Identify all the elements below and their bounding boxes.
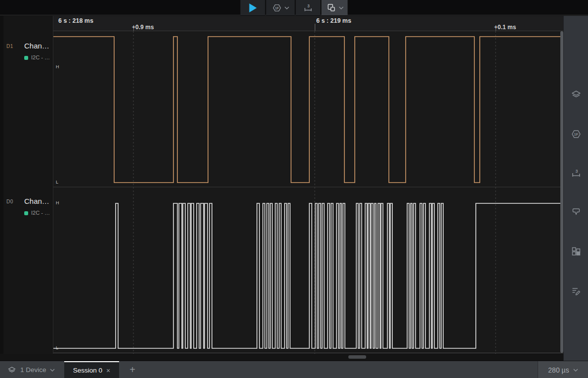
device-label: 1 Device [20, 366, 46, 374]
analyzer-label[interactable]: I2C - … [31, 210, 50, 216]
measurements-button[interactable]: 3 [296, 0, 321, 15]
logic-analyzer-window: 1F 3 6 s : 218 ms6 s : 219 ms+0.9 ms+0.1… [0, 0, 588, 378]
analyzer-dot-icon [24, 211, 28, 215]
ruler-tick [315, 24, 315, 31]
marker-icon [570, 206, 582, 218]
svg-text:3: 3 [307, 3, 310, 8]
top-toolbar: 1F 3 [0, 0, 588, 15]
channel-panel: D1 Chan… I2C - … D0 Chan… I2C - … [0, 16, 53, 354]
ruler-minor-label-0: +0.9 ms [132, 24, 154, 31]
channel-name[interactable]: Chan… [24, 197, 49, 205]
d1-high-label: H [56, 64, 59, 69]
ruler-major-label-1: 6 s : 219 ms [316, 17, 351, 24]
trigger-hex-icon: 1F [570, 128, 582, 140]
chevron-down-icon [338, 6, 343, 9]
notes-pencil-icon [570, 285, 582, 297]
horizontal-scrollbar[interactable] [0, 354, 563, 360]
measure-caliper-icon: 3 [570, 167, 582, 179]
measurements-panel-button[interactable]: 3 [570, 167, 582, 179]
extensions-panel-button[interactable] [570, 245, 582, 257]
trace-d0 [53, 203, 560, 348]
d0-low-label: L [56, 345, 58, 350]
channel-index: D0 [6, 199, 13, 204]
chevron-down-icon [50, 369, 55, 372]
chevron-down-icon [573, 369, 578, 372]
analyzer-label[interactable]: I2C - … [31, 54, 50, 60]
device-selector[interactable]: 1 Device [7, 361, 55, 378]
timescale-label: 280 µs [548, 366, 569, 374]
trigger-panel-button[interactable]: 1F [570, 128, 582, 140]
panel-gutter [0, 16, 3, 354]
waveform-viewport[interactable]: H L H L [53, 31, 563, 353]
ruler-major-label-0: 6 s : 218 ms [58, 17, 93, 24]
annotations-panel-button[interactable] [570, 206, 582, 218]
capture-mode-button[interactable] [322, 0, 348, 15]
bottom-bar: 1 Device Session 0 × + 280 µs [0, 361, 588, 378]
capture-frames-icon [326, 2, 336, 13]
play-icon [249, 3, 256, 12]
d0-high-label: H [56, 200, 59, 205]
session-tab-label: Session 0 [73, 367, 102, 374]
analyzer-dot-icon [24, 56, 28, 60]
device-layers-icon [7, 365, 17, 375]
channel-index: D1 [6, 44, 13, 49]
notes-panel-button[interactable] [570, 285, 582, 297]
right-sidebar: 1F 3 [563, 16, 588, 361]
extensions-icon [570, 245, 582, 257]
svg-text:1F: 1F [574, 132, 579, 137]
chevron-down-icon [285, 6, 290, 9]
play-button[interactable] [241, 0, 265, 15]
layers-icon [570, 89, 582, 100]
waveform-canvas [53, 31, 563, 354]
time-ruler[interactable]: 6 s : 218 ms6 s : 219 ms+0.9 ms+0.1 ms [53, 16, 563, 31]
analyzers-button[interactable] [570, 89, 582, 100]
close-tab-icon[interactable]: × [106, 367, 110, 375]
add-session-button[interactable]: + [125, 361, 140, 378]
channel-name[interactable]: Chan… [24, 42, 49, 50]
d1-low-label: L [56, 180, 58, 185]
ruler-minor-label-1: +0.1 ms [494, 24, 516, 31]
trace-d1 [53, 37, 560, 183]
trigger-button[interactable]: 1F [266, 0, 295, 15]
trigger-hex-icon: 1F [272, 2, 283, 13]
scrollbar-thumb[interactable] [348, 355, 366, 359]
svg-text:3: 3 [575, 169, 578, 174]
timescale-selector[interactable]: 280 µs [538, 361, 588, 378]
session-tab[interactable]: Session 0 × [64, 361, 119, 378]
measure-caliper-icon: 3 [303, 2, 314, 13]
toolbar-button-group: 1F 3 [241, 0, 348, 15]
svg-text:1F: 1F [275, 6, 279, 9]
